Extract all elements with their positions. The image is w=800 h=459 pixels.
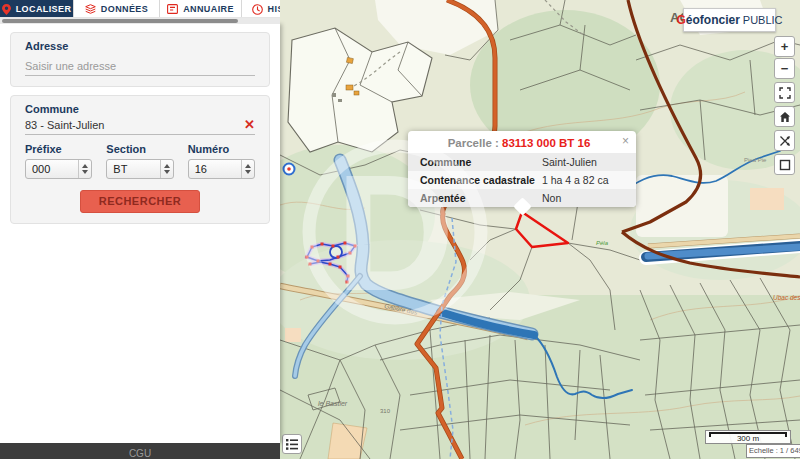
tab-label: LOCALISER: [16, 4, 72, 14]
field-numero: Numéro 16: [188, 143, 255, 179]
clock-icon: [252, 4, 263, 15]
field-section: Section BT: [106, 143, 173, 179]
main-tabbar: LOCALISER DONNÉES ANNUAIRE HISTORIQUE: [0, 0, 280, 18]
section-select[interactable]: BT: [106, 159, 173, 179]
panel-footer: CGU: [0, 443, 280, 459]
zoom-in-button[interactable]: +: [774, 36, 795, 57]
square-icon: [779, 159, 791, 171]
address-card: Adresse: [10, 32, 270, 87]
prefixe-select[interactable]: 000: [25, 159, 92, 179]
scale-ratio: Echelle : 1 / 6495: [746, 444, 800, 458]
tab-label: DONNÉES: [101, 4, 148, 14]
overview-map-button[interactable]: [774, 154, 795, 175]
geofoncier-logo: GéofoncierPUBLIC: [683, 8, 776, 32]
logo-initial: G: [676, 13, 685, 27]
parcel-popup: × Parcelle : 83113 000 BT 16 Commune Sai…: [408, 131, 636, 207]
layers-icon: [85, 4, 96, 14]
row-value: 1 ha 4 a 82 ca: [542, 174, 636, 186]
label-elevation: 310: [380, 408, 391, 414]
clear-commune-icon[interactable]: ✕: [244, 120, 255, 130]
map-controls: + −: [774, 36, 795, 178]
address-card-title: Adresse: [25, 40, 255, 52]
field-prefixe: Préfixe 000: [25, 143, 92, 179]
logo-edition: PUBLIC: [743, 14, 783, 26]
field-label: Préfixe: [25, 143, 92, 155]
tabbar-scrollbar: [0, 18, 280, 24]
localiser-panel: Adresse Commune 83 - Saint-Julien ✕ Préf…: [0, 24, 280, 443]
stepper-icon: [78, 160, 91, 178]
field-label: Section: [106, 143, 173, 155]
commune-value-row: 83 - Saint-Julien ✕: [25, 119, 255, 135]
select-value: 16: [189, 163, 241, 175]
tabbar-scrollbar-thumb[interactable]: [2, 19, 238, 23]
popup-row-commune: Commune Saint-Julien: [408, 153, 636, 171]
select-value: 000: [26, 163, 78, 175]
popup-row-contenance: Contenance cadastrale 1 ha 4 a 82 ca: [408, 171, 636, 189]
zoom-out-button[interactable]: −: [774, 58, 795, 79]
popup-close-icon[interactable]: ×: [622, 135, 629, 147]
row-value: Non: [542, 192, 636, 204]
cgu-link[interactable]: CGU: [129, 448, 151, 459]
popup-title: Parcelle : 83113 000 BT 16: [408, 131, 636, 153]
commune-card-title: Commune: [25, 103, 255, 115]
label-ubac: Ubac des: [773, 294, 800, 301]
crossing-arrows-icon: [779, 135, 791, 147]
tab-label: ANNUAIRE: [183, 4, 234, 14]
scale-bar: 300 m: [705, 430, 791, 444]
tab-donnees[interactable]: DONNÉES: [74, 0, 160, 18]
full-extent-button[interactable]: [774, 82, 795, 103]
tab-localiser[interactable]: LOCALISER: [0, 0, 74, 18]
field-label: Numéro: [188, 143, 255, 155]
row-label: Contenance cadastrale: [408, 174, 542, 186]
stepper-icon: [241, 160, 254, 178]
row-value: Saint-Julien: [542, 156, 636, 168]
parcel-fields-row: Préfixe 000 Section BT Numéro: [25, 143, 255, 179]
map-svg: AC Gatière des le Bastier 310 Ubac des P…: [280, 0, 800, 459]
legend-button[interactable]: [282, 434, 302, 454]
stepper-icon: [160, 160, 173, 178]
rechercher-button[interactable]: RECHERCHER: [80, 190, 200, 213]
tab-label: HISTORIQUE: [268, 4, 280, 14]
swap-view-button[interactable]: [774, 130, 795, 151]
home-button[interactable]: [774, 106, 795, 127]
geofoncier-app: AC Gatière des le Bastier 310 Ubac des P…: [0, 0, 800, 459]
select-value: BT: [107, 163, 159, 175]
tab-historique[interactable]: HISTORIQUE: [242, 0, 280, 18]
home-icon: [779, 111, 791, 123]
geolocation-marker: [284, 164, 295, 175]
commune-value: 83 - Saint-Julien: [25, 119, 244, 131]
search-row: RECHERCHER: [25, 190, 255, 213]
scale-bar-label: 300 m: [706, 434, 790, 443]
logo-name: éofoncier: [686, 13, 740, 27]
commune-card: Commune 83 - Saint-Julien ✕ Préfixe 000 …: [10, 95, 270, 224]
row-label: Commune: [408, 156, 542, 168]
expand-icon: [779, 87, 791, 99]
popup-title-label: Parcelle :: [448, 137, 499, 149]
tab-annuaire[interactable]: ANNUAIRE: [160, 0, 242, 18]
label-pela: Péla: [596, 240, 609, 246]
numero-select[interactable]: 16: [188, 159, 255, 179]
label-pied: Pied Pie: [744, 157, 767, 163]
directory-card-icon: [167, 4, 178, 14]
map-canvas[interactable]: AC Gatière des le Bastier 310 Ubac des P…: [280, 0, 800, 459]
address-input[interactable]: [25, 58, 255, 76]
map-pin-icon: [2, 4, 11, 15]
legend-list-icon: [286, 439, 298, 450]
popup-parcel-id: 83113 000 BT 16: [502, 137, 590, 149]
label-bastier: le Bastier: [318, 400, 348, 407]
